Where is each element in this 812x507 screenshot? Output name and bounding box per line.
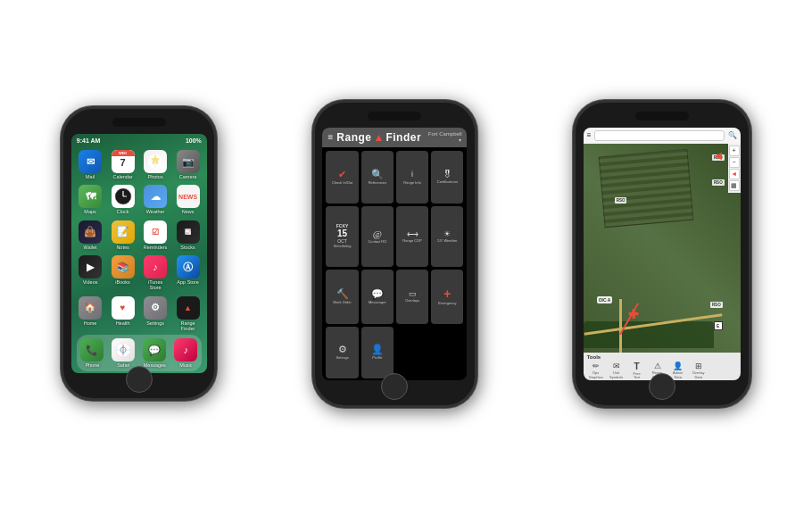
ios-status-bar: 9:41 AM 100% [71, 134, 207, 146]
clock-icon [112, 185, 135, 208]
certifications-label: Certifications [437, 180, 458, 184]
app-notes[interactable]: 📝 Notes [109, 220, 137, 250]
map-back[interactable]: ◄ [729, 169, 740, 179]
map-screen: ≡ 🔍 + − ◄ ▦ [584, 128, 741, 380]
app-health[interactable]: ♥ Health [109, 296, 137, 331]
app-label: Mail [86, 174, 95, 179]
map-topbar: ≡ 🔍 [584, 128, 741, 144]
ops-graphics-label: OpsGraphics [589, 371, 603, 379]
tool-ops-graphics[interactable]: ✏ OpsGraphics [587, 362, 605, 379]
home-button-2[interactable] [381, 373, 408, 400]
rf-logo: Range ▲ Finder [336, 131, 421, 144]
rf-title-range: Range [336, 131, 371, 144]
app-label: Range Finder [174, 320, 202, 331]
dock-label: Safari [117, 362, 129, 368]
dock-safari[interactable]: Safari [110, 338, 137, 368]
app-label: Health [116, 320, 130, 326]
app-label: Home [84, 320, 97, 326]
app-camera[interactable]: 📷 Camera [174, 150, 202, 179]
contactro-button[interactable]: @ Contact RO [361, 206, 394, 267]
settings-label: Settings [336, 356, 348, 360]
workorder-icon: 🔨 [336, 288, 349, 300]
references-button[interactable]: 🔍 References [361, 151, 394, 204]
app-reminders[interactable]: ☑ Reminders [142, 220, 170, 250]
app-home[interactable]: 🏠 Home [77, 296, 104, 331]
rangeinfo-button[interactable]: i Range Info [396, 151, 428, 204]
camera-icon: 📷 [177, 150, 200, 173]
ios-status-right: 100% [186, 137, 202, 144]
admin-data-label: AdminData [673, 371, 683, 379]
app-weather[interactable]: ☁ Weather [142, 185, 170, 214]
references-icon: 🔍 [371, 169, 384, 180]
app-rangefinder[interactable]: ▲ Range Finder [174, 296, 202, 331]
app-label: Clock [117, 209, 129, 214]
app-label: Videos [83, 279, 98, 285]
rf-arrow-icon: ▲ [374, 131, 385, 144]
rangecop-button[interactable]: ⟷ Range COP [396, 206, 428, 267]
app-calendar[interactable]: WED 7 Calendar [109, 150, 137, 179]
tool-unit-symbols[interactable]: ✉ UnitSymbols [608, 362, 626, 379]
app-maps[interactable]: 🗺 Maps [77, 185, 104, 214]
profile-button[interactable]: 👤 Profile [361, 327, 394, 378]
ops-graphics-icon: ✏ [592, 362, 600, 370]
app-stocks[interactable]: 📈 Stocks [174, 220, 202, 250]
rf-title-finder: Finder [385, 131, 421, 144]
schedule-inner: FCKY 15 OCT [327, 223, 357, 244]
map-oic-label: OIC A [597, 296, 613, 303]
app-photos[interactable]: Photos [142, 150, 170, 179]
map-zoom-in[interactable]: + [729, 145, 740, 156]
messenger-label: Messenger [369, 301, 386, 304]
messenger-button[interactable]: 💬 Messenger [361, 270, 394, 324]
dock-music[interactable]: ♪ Music [172, 338, 200, 368]
overlays-button[interactable]: ▭ Overlays [396, 270, 428, 324]
app-clock[interactable]: Clock [109, 185, 137, 214]
app-ibooks[interactable]: 📚 iBooks [109, 255, 137, 290]
map-red-arrow: ◄ [712, 148, 725, 162]
emergency-button[interactable]: + Emergency [431, 270, 463, 324]
messenger-icon: 💬 [371, 288, 384, 300]
notes-icon: 📝 [112, 220, 135, 244]
app-mail[interactable]: ✉ Mail [77, 150, 104, 179]
map-layer[interactable]: ▦ [729, 180, 740, 191]
scheduling-button[interactable]: FCKY 15 OCT Scheduling [326, 206, 358, 267]
settings-icon: ⚙ [144, 296, 167, 320]
map-search-input[interactable] [594, 130, 724, 141]
ibooks-icon: 📚 [112, 255, 135, 278]
overlays-icon: ▭ [409, 289, 417, 298]
checkin-button[interactable]: ✔ Check In/Out [326, 151, 358, 204]
app-news[interactable]: NEWS News [174, 185, 202, 214]
dock-messages[interactable]: 💬 Messages [141, 338, 169, 368]
music-icon: ♪ [174, 338, 197, 362]
map-zoom-out[interactable]: − [729, 157, 740, 168]
home-button[interactable] [126, 366, 153, 393]
safari-icon [112, 338, 135, 362]
app-settings[interactable]: ⚙ Settings [142, 296, 170, 331]
app-label: Photos [148, 174, 163, 179]
workorder-button[interactable]: 🔨 Work Order [326, 270, 358, 324]
weather-button[interactable]: ☀ 53° Weather [431, 206, 463, 267]
app-label: Settings [146, 320, 164, 326]
settings-button[interactable]: ⚙ Settings [326, 327, 358, 378]
app-label: iBooks [115, 279, 130, 285]
tool-overlay-data[interactable]: ⊞ OverlayData [690, 362, 708, 379]
mail-icon: ✉ [79, 150, 102, 173]
app-videos[interactable]: ▶ Videos [77, 255, 104, 290]
app-wallet[interactable]: 👜 Wallet [77, 220, 104, 250]
main-container: 9:41 AM 100% ✉ Mail WED [0, 0, 812, 507]
rangefinder-app-icon: ▲ [177, 296, 200, 320]
certifications-button[interactable]: 🎖 Certifications [431, 151, 463, 204]
map-search-icon[interactable]: 🔍 [728, 131, 737, 139]
app-appstore[interactable]: Ⓐ App Store [174, 255, 202, 290]
weather-icon: ☁ [144, 185, 167, 208]
rso-label-4: RSO [710, 302, 723, 308]
grid-spacer [396, 327, 464, 378]
hamburger-icon[interactable]: ≡ [327, 132, 333, 142]
tool-free-text[interactable]: T FreeText [628, 362, 646, 380]
home-button-3[interactable] [649, 373, 675, 400]
appstore-icon: Ⓐ [177, 255, 200, 278]
bottom-row: ⚙ Settings 👤 Profile [326, 327, 394, 378]
dock-phone[interactable]: 📞 Phone [79, 338, 106, 368]
map-hamburger-icon[interactable]: ≡ [587, 131, 592, 139]
app-itunes[interactable]: ♪ iTunes Store [142, 255, 170, 290]
free-text-icon: T [634, 362, 640, 371]
